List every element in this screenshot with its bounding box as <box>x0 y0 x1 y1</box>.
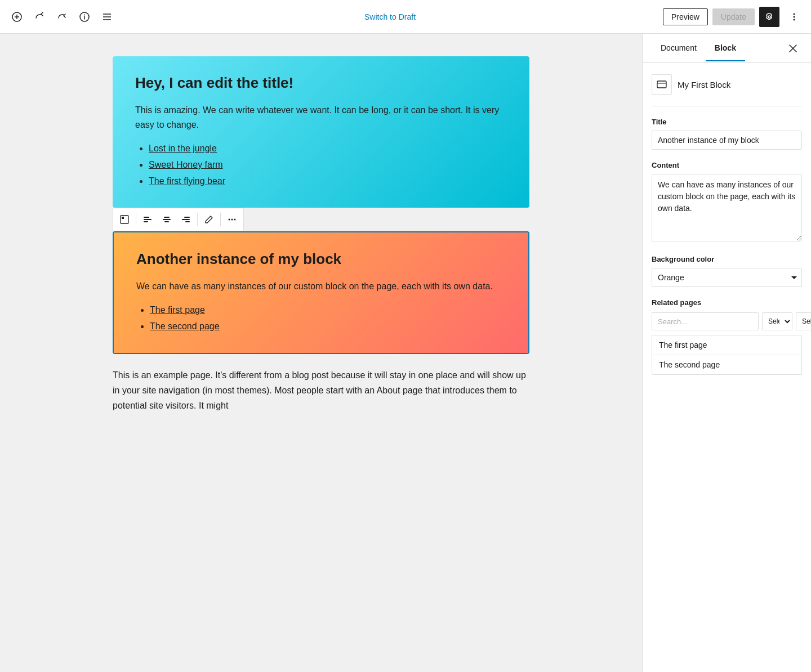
top-toolbar: Switch to Draft Preview Update <box>0 0 811 34</box>
title-form-group: Title <box>652 118 802 150</box>
title-input[interactable] <box>652 131 802 150</box>
list-item: Lost in the jungle <box>149 141 507 157</box>
edit-button[interactable] <box>200 210 218 229</box>
svg-rect-20 <box>184 217 190 218</box>
block-teal[interactable]: Hey, I can edit the title! This is amazi… <box>113 56 529 208</box>
list-link[interactable]: The first page <box>150 305 205 315</box>
svg-rect-17 <box>164 217 170 218</box>
align-left-button[interactable] <box>139 210 157 229</box>
block-type-button[interactable] <box>115 210 133 229</box>
undo-button[interactable] <box>29 7 50 27</box>
preview-button[interactable]: Preview <box>663 8 708 25</box>
align-center-button[interactable] <box>158 210 176 229</box>
toolbar-center: Switch to Draft <box>119 9 661 25</box>
block-toolbar <box>113 208 244 231</box>
svg-point-10 <box>794 16 795 17</box>
settings-button[interactable] <box>759 7 779 27</box>
editor-area: Hey, I can edit the title! This is amazi… <box>0 34 642 672</box>
toolbar-left <box>7 7 117 27</box>
svg-rect-21 <box>182 219 190 220</box>
title-field-label: Title <box>652 118 802 126</box>
related-page-item[interactable]: The first page <box>652 335 801 355</box>
svg-rect-12 <box>121 216 128 223</box>
bg-color-label: Background color <box>652 255 802 263</box>
related-select-2[interactable]: Sele <box>796 312 811 330</box>
align-right-button[interactable] <box>177 210 195 229</box>
block2-list: The first page The second page <box>136 302 506 335</box>
svg-point-11 <box>794 19 795 20</box>
switch-to-draft-button[interactable]: Switch to Draft <box>358 9 422 25</box>
block1-title: Hey, I can edit the title! <box>135 74 507 92</box>
list-link[interactable]: The first flying bear <box>149 176 225 186</box>
more-block-options-button[interactable] <box>223 210 241 229</box>
svg-point-24 <box>231 218 233 220</box>
tab-block[interactable]: Block <box>706 35 745 61</box>
content-field-label: Content <box>652 161 802 169</box>
svg-rect-19 <box>164 221 169 222</box>
toolbar-right: Preview Update <box>663 7 804 27</box>
block1-body: This is amazing. We can write whatever w… <box>135 103 507 132</box>
add-block-button[interactable] <box>7 7 27 27</box>
related-search-input[interactable] <box>652 312 759 330</box>
related-pages-group: Related pages Sele Sele The first page T… <box>652 298 802 375</box>
update-button[interactable]: Update <box>712 8 755 25</box>
svg-rect-13 <box>122 217 124 219</box>
block1-list: Lost in the jungle Sweet Honey farm The … <box>135 141 507 189</box>
bg-color-form-group: Background color Orange <box>652 255 802 287</box>
bg-color-select-wrapper: Orange <box>652 268 802 287</box>
tab-document[interactable]: Document <box>652 35 706 61</box>
related-pages-label: Related pages <box>652 298 802 307</box>
block-icon <box>652 74 672 95</box>
svg-rect-15 <box>144 219 151 220</box>
bg-color-select[interactable]: Orange <box>652 268 802 287</box>
svg-point-9 <box>794 13 795 15</box>
block-orange: Another instance of my block We can have… <box>114 232 528 353</box>
block2-body: We can have as many instances of our cus… <box>136 279 506 294</box>
sidebar-tabs: Document Block <box>643 34 811 63</box>
text-block: This is an example page. It's different … <box>113 354 529 427</box>
block2-title: Another instance of my block <box>136 250 506 268</box>
list-item: The second page <box>150 319 506 335</box>
toolbar-separator <box>197 213 198 226</box>
related-pages-list: The first page The second page <box>652 335 802 375</box>
list-item: The first page <box>150 302 506 319</box>
sidebar-close-button[interactable] <box>784 39 802 57</box>
svg-point-23 <box>229 218 230 220</box>
block-title-row: My First Block <box>652 74 802 106</box>
related-page-item[interactable]: The second page <box>652 355 801 374</box>
content-form-group: Content We can have as many instances of… <box>652 161 802 244</box>
svg-rect-22 <box>185 221 190 222</box>
content-textarea[interactable]: We can have as many instances of our cus… <box>652 174 802 241</box>
toolbar-separator <box>220 213 221 226</box>
sidebar-content: My First Block Title Content We can have… <box>643 63 811 397</box>
svg-point-5 <box>84 14 85 15</box>
block-name-label: My First Block <box>678 80 730 89</box>
list-view-button[interactable] <box>97 7 117 27</box>
list-link[interactable]: Lost in the jungle <box>149 144 217 153</box>
related-search-row: Sele Sele <box>652 312 802 330</box>
svg-rect-16 <box>144 221 148 222</box>
list-item: Sweet Honey farm <box>149 157 507 173</box>
redo-button[interactable] <box>52 7 72 27</box>
sidebar: Document Block My First Bl <box>642 34 811 672</box>
main-layout: Hey, I can edit the title! This is amazi… <box>0 34 811 672</box>
list-item: The first flying bear <box>149 173 507 190</box>
svg-rect-14 <box>144 217 149 218</box>
info-button[interactable] <box>74 7 95 27</box>
svg-rect-18 <box>163 219 171 220</box>
editor-inner: Hey, I can edit the title! This is amazi… <box>113 56 529 427</box>
list-link[interactable]: Sweet Honey farm <box>149 160 223 169</box>
list-link[interactable]: The second page <box>150 321 220 331</box>
toolbar-separator <box>136 213 136 226</box>
svg-point-25 <box>234 218 236 220</box>
svg-rect-28 <box>657 81 666 88</box>
more-options-button[interactable] <box>784 7 804 27</box>
block2-wrapper[interactable]: Another instance of my block We can have… <box>113 231 529 354</box>
text-block-content: This is an example page. It's different … <box>113 368 529 414</box>
related-select-1[interactable]: Sele <box>762 312 792 330</box>
sidebar-tabs-left: Document Block <box>652 35 745 61</box>
